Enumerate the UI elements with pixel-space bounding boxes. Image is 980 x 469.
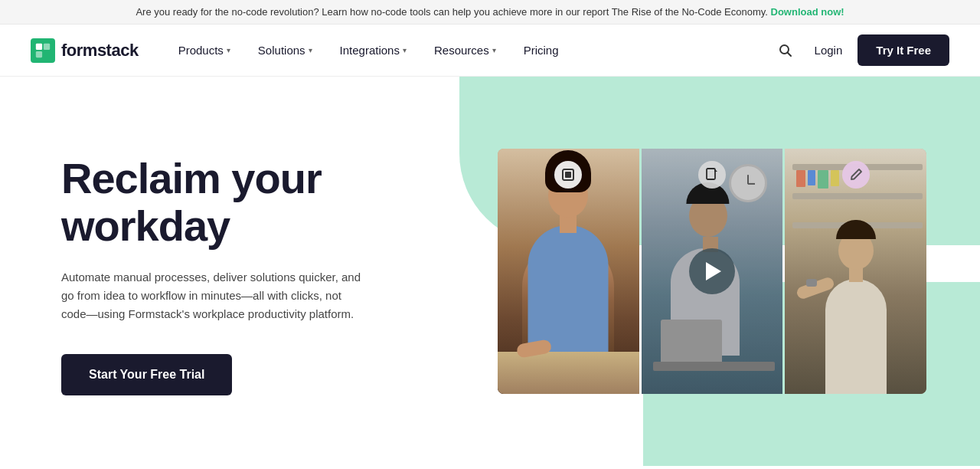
login-button[interactable]: Login bbox=[815, 44, 843, 57]
try-it-free-button[interactable]: Try It Free bbox=[858, 34, 949, 66]
form-icon-bubble bbox=[554, 161, 582, 189]
header: formstack Products ▾ Solutions ▾ Integra… bbox=[0, 25, 980, 77]
nav-solutions[interactable]: Solutions ▾ bbox=[246, 38, 325, 63]
video-container[interactable] bbox=[498, 149, 926, 394]
nav-pricing[interactable]: Pricing bbox=[511, 38, 571, 63]
watch-shape bbox=[806, 279, 817, 287]
logo[interactable]: formstack bbox=[31, 38, 139, 63]
hero-subtitle: Automate manual processes, deliver solut… bbox=[61, 268, 368, 323]
video-panel-2 bbox=[642, 149, 783, 394]
play-button[interactable] bbox=[689, 248, 735, 294]
table-surface bbox=[498, 352, 639, 394]
chevron-down-icon: ▾ bbox=[309, 46, 312, 54]
search-button[interactable] bbox=[772, 37, 799, 64]
play-overlay[interactable] bbox=[642, 149, 783, 394]
svg-line-4 bbox=[787, 52, 791, 56]
chevron-down-icon: ▾ bbox=[492, 46, 496, 54]
svg-rect-0 bbox=[36, 43, 42, 49]
video-panels bbox=[498, 149, 926, 394]
svg-rect-2 bbox=[36, 51, 42, 57]
announcement-text: Are you ready for the no-code revolution… bbox=[136, 6, 768, 18]
logo-icon bbox=[31, 38, 55, 63]
hero-content: Reclaim your workday Automate manual pro… bbox=[0, 77, 429, 466]
logo-svg bbox=[34, 42, 51, 59]
hero-section: Reclaim your workday Automate manual pro… bbox=[0, 77, 980, 466]
video-panel-1 bbox=[498, 149, 639, 394]
nav-integrations[interactable]: Integrations ▾ bbox=[328, 38, 419, 63]
hero-title: Reclaim your workday bbox=[61, 155, 429, 249]
nav-products[interactable]: Products ▾ bbox=[166, 38, 243, 63]
main-nav: Products ▾ Solutions ▾ Integrations ▾ Re… bbox=[166, 38, 772, 63]
hair-shape bbox=[836, 220, 876, 239]
announcement-bar: Are you ready for the no-code revolution… bbox=[0, 0, 980, 25]
nav-resources[interactable]: Resources ▾ bbox=[422, 38, 508, 63]
body-shape bbox=[528, 225, 609, 356]
svg-rect-1 bbox=[44, 43, 50, 49]
logo-text: formstack bbox=[61, 41, 139, 61]
chevron-down-icon: ▾ bbox=[403, 46, 407, 54]
chevron-down-icon: ▾ bbox=[227, 46, 230, 54]
svg-rect-6 bbox=[565, 172, 571, 178]
hero-video-area bbox=[429, 77, 980, 466]
video-panel-3 bbox=[785, 149, 926, 394]
header-actions: Login Try It Free bbox=[772, 34, 949, 66]
neck-shape bbox=[849, 268, 863, 282]
pencil-icon bbox=[849, 168, 863, 182]
square-icon bbox=[561, 168, 575, 182]
body-shape bbox=[825, 279, 887, 394]
edit-icon-bubble bbox=[842, 161, 870, 189]
announcement-link[interactable]: Download now! bbox=[771, 6, 844, 18]
search-icon bbox=[778, 43, 793, 58]
start-free-trial-button[interactable]: Start Your Free Trial bbox=[61, 354, 232, 395]
